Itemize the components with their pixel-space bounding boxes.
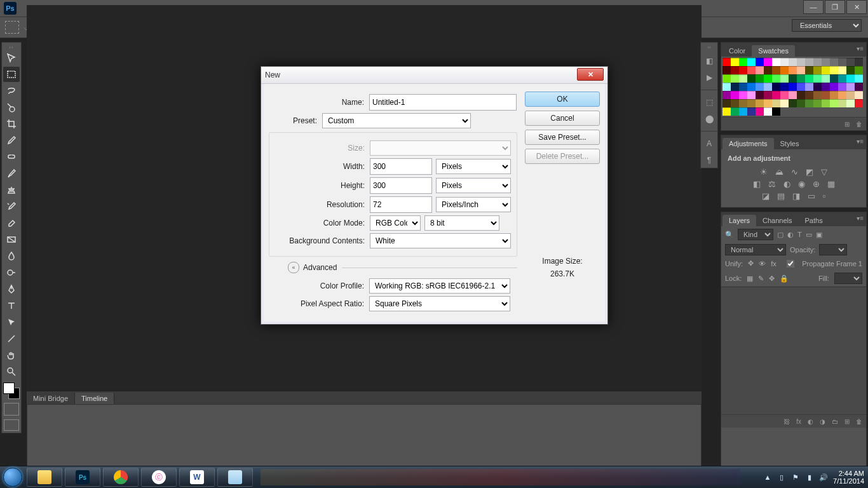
- swatch-cell[interactable]: [789, 74, 797, 83]
- swatch-cell[interactable]: [830, 74, 838, 83]
- layer-mask-icon[interactable]: ◐: [808, 418, 813, 425]
- paragraph-panel-icon[interactable]: ¶: [703, 154, 715, 166]
- swatch-cell[interactable]: [813, 91, 822, 99]
- swatch-cell[interactable]: [830, 58, 838, 66]
- lock-all-icon[interactable]: 🔒: [780, 274, 789, 283]
- swatch-cell[interactable]: [764, 66, 772, 74]
- swatch-cell[interactable]: [747, 99, 756, 107]
- swatch-cell[interactable]: [830, 91, 838, 99]
- quick-select-tool[interactable]: [3, 100, 20, 115]
- layers-tab[interactable]: Layers: [722, 215, 756, 226]
- swatch-cell[interactable]: [772, 83, 780, 91]
- swatch-cell[interactable]: [838, 99, 846, 107]
- swatch-cell[interactable]: [813, 83, 822, 91]
- swatch-cell[interactable]: [822, 66, 830, 74]
- swatch-cell[interactable]: [855, 74, 863, 83]
- swatch-cell[interactable]: [731, 91, 739, 99]
- actions-panel-icon[interactable]: ▶: [703, 72, 715, 83]
- path-select-tool[interactable]: [3, 315, 20, 330]
- swatch-cell[interactable]: [739, 74, 747, 83]
- spot-heal-tool[interactable]: [3, 149, 20, 165]
- filter-smart-icon[interactable]: ▣: [816, 231, 822, 239]
- resolution-unit-select[interactable]: Pixels/Inch: [436, 197, 511, 212]
- swatch-cell[interactable]: [756, 74, 764, 83]
- minimize-button[interactable]: —: [803, 0, 824, 14]
- panel-grip-icon[interactable]: ››: [9, 44, 13, 50]
- swatch-cell[interactable]: [722, 74, 731, 83]
- swatch-cell[interactable]: [722, 66, 731, 74]
- swatch-cell[interactable]: [797, 91, 805, 99]
- swatch-cell[interactable]: [797, 74, 805, 83]
- pen-tool[interactable]: [3, 281, 20, 297]
- layer-filter-select[interactable]: Kind: [738, 229, 773, 240]
- dialog-title-bar[interactable]: New ✕: [261, 67, 607, 84]
- screen-mode-icon[interactable]: [4, 419, 19, 431]
- swatch-cell[interactable]: [739, 107, 747, 116]
- rect-marquee-tool[interactable]: [3, 67, 20, 82]
- swatch-cell[interactable]: [846, 58, 855, 66]
- new-swatch-icon[interactable]: ⊞: [844, 121, 850, 128]
- swatch-cell[interactable]: [813, 99, 822, 107]
- channels-tab[interactable]: Channels: [756, 215, 798, 226]
- swatch-cell[interactable]: [797, 83, 805, 91]
- taskbar-chrome[interactable]: [103, 468, 139, 487]
- link-layers-icon[interactable]: ⛓: [783, 418, 790, 425]
- swatch-cell[interactable]: [722, 58, 731, 66]
- quick-mask-icon[interactable]: [4, 403, 19, 416]
- dialog-close-button[interactable]: ✕: [577, 68, 604, 81]
- type-tool[interactable]: [3, 298, 20, 313]
- photofilter-icon[interactable]: ◉: [798, 179, 805, 189]
- swatch-cell[interactable]: [813, 66, 822, 74]
- swatch-cell[interactable]: [813, 74, 822, 83]
- lasso-tool[interactable]: [3, 83, 20, 98]
- swatch-cell[interactable]: [747, 83, 756, 91]
- swatch-cell[interactable]: [756, 99, 764, 107]
- swatch-cell[interactable]: [805, 74, 813, 83]
- swatch-cell[interactable]: [855, 66, 863, 74]
- lock-pos-icon[interactable]: ✥: [769, 274, 775, 283]
- curves-icon[interactable]: ∿: [791, 167, 798, 177]
- hue-icon[interactable]: ◧: [753, 179, 761, 189]
- swatch-cell[interactable]: [764, 107, 772, 116]
- brightness-icon[interactable]: ☀: [760, 167, 768, 177]
- swatches-tab[interactable]: Swatches: [752, 45, 795, 57]
- swatch-cell[interactable]: [789, 58, 797, 66]
- layer-fx-icon[interactable]: fx: [796, 418, 801, 425]
- dodge-tool[interactable]: [3, 265, 20, 280]
- preset-select[interactable]: Custom: [322, 113, 471, 128]
- workspace-switcher[interactable]: Essentials: [792, 19, 862, 32]
- exposure-icon[interactable]: ◩: [806, 167, 813, 177]
- styles-tab[interactable]: Styles: [774, 138, 806, 149]
- swatch-cell[interactable]: [739, 91, 747, 99]
- swatch-cell[interactable]: [838, 74, 846, 83]
- swatch-cell[interactable]: [846, 66, 855, 74]
- new-layer-icon[interactable]: ⊞: [844, 418, 850, 425]
- eyedropper-tool[interactable]: [3, 133, 20, 148]
- swatch-cell[interactable]: [780, 91, 789, 99]
- swatch-cell[interactable]: [838, 66, 846, 74]
- swatch-cell[interactable]: [830, 66, 838, 74]
- colormode-select[interactable]: RGB Color: [370, 215, 421, 231]
- swatch-cell[interactable]: [739, 99, 747, 107]
- brush-tool[interactable]: [3, 166, 20, 181]
- swatch-cell[interactable]: [731, 66, 739, 74]
- swatch-cell[interactable]: [731, 74, 739, 83]
- propagate-checkbox[interactable]: [787, 260, 794, 268]
- fill-select[interactable]: [834, 273, 862, 284]
- blur-tool[interactable]: [3, 248, 20, 264]
- unify-pos-icon[interactable]: ✥: [748, 259, 754, 268]
- move-tool[interactable]: [3, 50, 20, 65]
- swatch-grid[interactable]: [721, 57, 866, 117]
- swatch-cell[interactable]: [756, 91, 764, 99]
- dock-grip-icon[interactable]: ››: [707, 44, 710, 50]
- lock-trans-icon[interactable]: ▦: [747, 274, 753, 283]
- restore-button[interactable]: ❐: [825, 0, 845, 14]
- swatch-cell[interactable]: [789, 66, 797, 74]
- swatch-cell[interactable]: [756, 66, 764, 74]
- swatch-cell[interactable]: [722, 107, 731, 116]
- invert-icon[interactable]: ◪: [762, 191, 770, 201]
- swatch-cell[interactable]: [805, 58, 813, 66]
- paths-tab[interactable]: Paths: [799, 215, 829, 226]
- color-tab[interactable]: Color: [722, 45, 752, 57]
- swatch-cell[interactable]: [822, 83, 830, 91]
